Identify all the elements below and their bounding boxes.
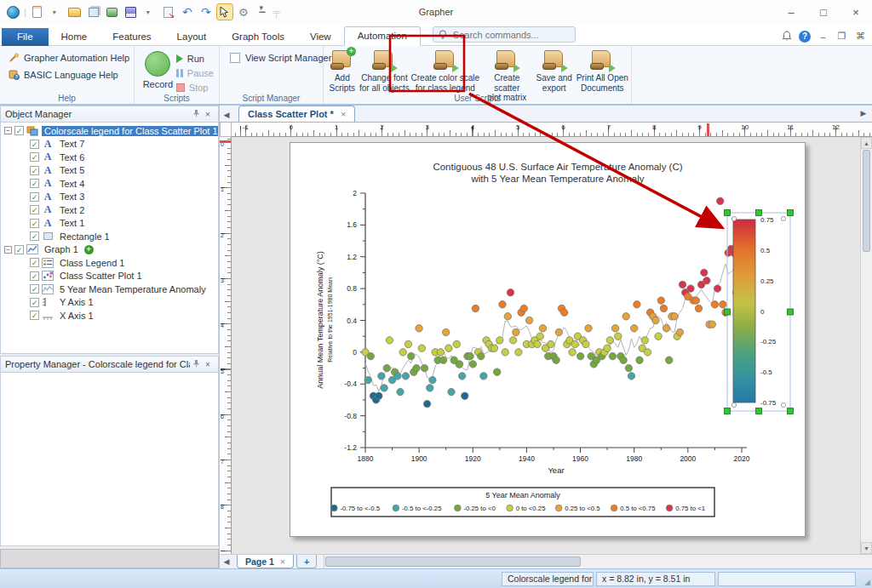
doc-tabs-left-arrow-icon[interactable]: ◀ — [220, 108, 233, 122]
tab-layout[interactable]: Layout — [164, 28, 220, 46]
scroll-down-icon[interactable]: ▼ — [861, 542, 872, 554]
colorscale-gradient-bar[interactable] — [733, 220, 755, 402]
close-panel-icon[interactable]: × — [202, 110, 214, 119]
vertical-scrollbar[interactable]: ▲ ▼ — [860, 137, 872, 554]
tree-item-colorscale-legend-for-class-scatter-plot-1[interactable]: −✓Colorscale legend for Class Scatter Pl… — [1, 124, 218, 138]
close-page-icon[interactable]: × — [280, 557, 285, 567]
selection-handle[interactable] — [725, 408, 731, 414]
selection-handle[interactable] — [788, 210, 794, 216]
app-globe-icon[interactable] — [4, 3, 21, 20]
plot-page[interactable]: Contiguous 48 U.S. Surface Air Temperatu… — [290, 142, 806, 537]
tree-item-text-3[interactable]: ✓AText 3 — [1, 191, 218, 204]
tree-item-y-axis-1[interactable]: ✓Y Axis 1 — [1, 296, 218, 310]
tree-item-text-1[interactable]: ✓AText 1 — [1, 217, 218, 231]
notifications-bell-icon[interactable] — [780, 30, 793, 43]
selection-handle[interactable] — [725, 309, 731, 315]
restore-document-icon[interactable]: ❐ — [835, 30, 848, 43]
tree-item-class-scatter-plot-1[interactable]: ✓Class Scatter Plot 1 — [1, 270, 218, 283]
pin-icon[interactable] — [190, 359, 202, 369]
visibility-checkbox[interactable]: ✓ — [30, 192, 39, 202]
tree-item-class-legend-1[interactable]: ✓Class Legend 1 — [1, 256, 218, 270]
rotate-handle-icon[interactable] — [731, 402, 736, 407]
dropdown-icon[interactable]: ▾ — [141, 3, 158, 20]
tree-item-text-5[interactable]: ✓AText 5 — [1, 164, 218, 178]
tree-item-text-7[interactable]: ✓AText 7 — [1, 138, 218, 151]
save-icon[interactable] — [123, 3, 140, 20]
gear-icon[interactable]: ⚙ — [235, 3, 252, 20]
pointer-tool-icon[interactable] — [216, 3, 233, 20]
visibility-checkbox[interactable]: ✓ — [14, 126, 24, 135]
doc-tabs-right-arrow-icon[interactable]: ▶ — [857, 106, 870, 120]
collapse-expander-icon[interactable]: − — [4, 246, 12, 254]
search-input[interactable] — [451, 29, 562, 41]
close-button[interactable]: × — [840, 0, 872, 24]
rotate-handle-icon[interactable] — [731, 216, 736, 220]
selection-handle[interactable] — [788, 309, 794, 315]
horizontal-scroll-thumb[interactable] — [325, 557, 581, 567]
rotate-handle-icon[interactable] — [781, 402, 785, 407]
close-document-icon[interactable]: ⌘ — [854, 30, 867, 43]
page-tabs-left-arrow-icon[interactable]: ◀ — [220, 555, 233, 568]
tree-item-graph-1[interactable]: −✓Graph 1+ — [1, 243, 218, 257]
run-button[interactable]: Run — [176, 51, 214, 66]
document-tab[interactable]: Class Scatter Plot * × — [238, 106, 355, 122]
minimize-ribbon-icon[interactable]: – — [817, 30, 829, 43]
visibility-checkbox[interactable]: ✓ — [30, 298, 39, 307]
open-folder-icon[interactable] — [66, 3, 83, 20]
search-box[interactable] — [433, 26, 576, 43]
close-tab-icon[interactable]: × — [341, 109, 346, 119]
help-item-1[interactable]: ?BASIC Language Help — [5, 66, 129, 83]
pin-icon[interactable] — [190, 109, 202, 119]
record-button[interactable] — [145, 49, 170, 77]
selection-handle[interactable] — [756, 408, 762, 414]
add-plot-icon[interactable]: + — [84, 245, 94, 254]
visibility-checkbox[interactable]: ✓ — [30, 284, 39, 294]
visibility-checkbox[interactable]: ✓ — [14, 245, 24, 254]
minimize-button[interactable]: – — [775, 0, 807, 24]
visibility-checkbox[interactable]: ✓ — [30, 311, 39, 320]
tree-item-text-2[interactable]: ✓AText 2 — [1, 203, 218, 217]
visibility-checkbox[interactable]: ✓ — [30, 166, 39, 175]
selection-handle[interactable] — [756, 210, 762, 216]
tree-item-x-axis-1[interactable]: ✓X Axis 1 — [1, 309, 218, 323]
new-file-icon[interactable] — [29, 3, 46, 20]
visibility-checkbox[interactable]: ✓ — [30, 258, 39, 267]
collapse-expander-icon[interactable]: − — [4, 127, 12, 134]
rotate-handle-icon[interactable] — [781, 216, 785, 220]
maximize-button[interactable]: □ — [807, 0, 840, 24]
tab-automation[interactable]: Automation — [344, 26, 421, 46]
help-icon[interactable]: ? — [799, 31, 811, 43]
drawing-canvas[interactable]: Contiguous 48 U.S. Surface Air Temperatu… — [232, 137, 860, 554]
tab-features[interactable]: Features — [100, 28, 164, 46]
tree-item-rectangle-1[interactable]: ✓Rectangle 1 — [1, 230, 218, 243]
new-page-tab[interactable]: + — [296, 555, 317, 568]
tab-graph-tools[interactable]: Graph Tools — [219, 28, 297, 46]
visibility-checkbox[interactable]: ✓ — [30, 179, 39, 188]
export-icon[interactable]: ↘ — [160, 3, 177, 20]
redo-icon[interactable]: ↷ — [198, 3, 215, 20]
resize-grip[interactable]: ◢ — [858, 572, 870, 586]
tab-home[interactable]: Home — [49, 28, 100, 46]
tab-view[interactable]: View — [297, 28, 344, 46]
selection-handle[interactable] — [725, 210, 731, 216]
tree-item-text-6[interactable]: ✓AText 6 — [1, 151, 218, 164]
scroll-up-icon[interactable]: ▲ — [861, 137, 872, 149]
page-tab[interactable]: Page 1 × — [237, 555, 294, 568]
visibility-checkbox[interactable]: ✓ — [30, 219, 39, 228]
horizontal-scrollbar[interactable] — [324, 555, 872, 568]
toolbar-options-icon[interactable]: ▾▔ — [254, 3, 271, 20]
dropdown-icon[interactable]: ▾ — [48, 3, 65, 20]
help-item-0[interactable]: Grapher Automation Help — [5, 49, 129, 66]
vertical-scroll-thumb[interactable] — [863, 150, 870, 252]
visibility-checkbox[interactable]: ✓ — [30, 271, 39, 281]
visibility-checkbox[interactable]: ✓ — [30, 231, 39, 241]
tab-file[interactable]: File — [2, 28, 49, 46]
visibility-checkbox[interactable]: ✓ — [30, 140, 39, 149]
refresh-icon[interactable] — [104, 3, 121, 20]
close-panel-icon[interactable]: × — [202, 360, 214, 369]
tree-item-5-year-mean-temperature-anomaly[interactable]: ✓5 Year Mean Temperature Anomaly — [1, 283, 218, 296]
tree-item-text-4[interactable]: ✓AText 4 — [1, 177, 218, 191]
view-script-manager-checkbox[interactable]: View Script Manager — [225, 49, 336, 66]
selection-handle[interactable] — [788, 408, 794, 414]
visibility-checkbox[interactable]: ✓ — [30, 205, 39, 214]
